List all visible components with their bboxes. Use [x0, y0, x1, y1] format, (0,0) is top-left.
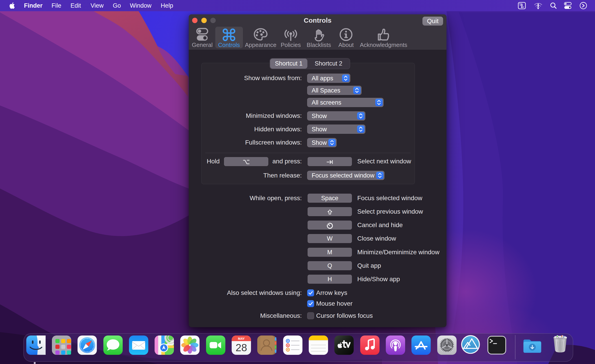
svg-text:28: 28 [235, 342, 247, 353]
svg-text:MAY: MAY [238, 337, 245, 340]
